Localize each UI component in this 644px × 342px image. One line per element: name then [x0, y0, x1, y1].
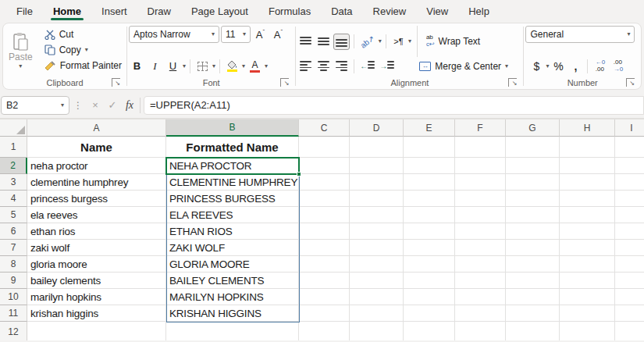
- name-box[interactable]: B2 ▾: [1, 96, 69, 115]
- cell-I6[interactable]: [615, 223, 644, 240]
- borders-dropdown-icon[interactable]: ▾: [212, 63, 215, 69]
- percent-style-button[interactable]: %: [550, 58, 566, 74]
- cell-F4[interactable]: [455, 191, 506, 207]
- column-header-D[interactable]: D: [350, 119, 404, 137]
- font-color-button[interactable]: A: [247, 58, 263, 74]
- cell-I8[interactable]: [615, 256, 644, 273]
- row-header-1[interactable]: 1: [0, 137, 27, 158]
- cell-G4[interactable]: [506, 191, 560, 207]
- cell-D1[interactable]: [350, 137, 404, 158]
- cell-G2[interactable]: [506, 158, 560, 174]
- row-header-11[interactable]: 11: [0, 305, 27, 322]
- cell-H8[interactable]: [560, 256, 615, 273]
- select-all-button[interactable]: [0, 119, 27, 137]
- cell-C2[interactable]: [299, 158, 350, 174]
- middle-align-button[interactable]: [315, 34, 332, 50]
- cell-F12[interactable]: [455, 322, 506, 340]
- cell-D2[interactable]: [350, 158, 404, 174]
- cell-C9[interactable]: [299, 273, 350, 289]
- cell-B9[interactable]: BAILEY CLEMENTS: [166, 273, 299, 289]
- text-direction-dropdown-icon[interactable]: ▾: [408, 38, 411, 45]
- cell-H2[interactable]: [560, 158, 615, 174]
- cell-G3[interactable]: [506, 174, 560, 191]
- row-header-5[interactable]: 5: [0, 207, 27, 223]
- cell-I1[interactable]: [615, 137, 644, 158]
- clipboard-dialog-launcher-icon[interactable]: ↘: [112, 78, 120, 87]
- increase-decimal-button[interactable]: ←0.00: [592, 58, 608, 74]
- cell-H9[interactable]: [560, 273, 615, 289]
- column-header-G[interactable]: G: [506, 119, 560, 137]
- column-header-E[interactable]: E: [404, 119, 455, 137]
- italic-button[interactable]: I: [147, 58, 163, 74]
- cell-D4[interactable]: [350, 191, 404, 207]
- fill-color-dropdown-icon[interactable]: ▾: [242, 63, 245, 69]
- borders-button[interactable]: [194, 58, 211, 74]
- accounting-dropdown-icon[interactable]: ▾: [546, 63, 549, 69]
- cell-A9[interactable]: bailey clements: [27, 273, 166, 289]
- cell-C8[interactable]: [299, 256, 350, 273]
- cell-E10[interactable]: [404, 289, 455, 305]
- enter-button[interactable]: ✓: [104, 99, 121, 111]
- menu-tab-formulas[interactable]: Formulas: [258, 0, 321, 22]
- cut-button[interactable]: Cut: [41, 27, 125, 41]
- cell-A10[interactable]: marilyn hopkins: [27, 289, 166, 305]
- cell-E1[interactable]: [404, 137, 455, 158]
- cell-I7[interactable]: [615, 240, 644, 256]
- cell-A8[interactable]: gloria moore: [27, 256, 166, 273]
- column-header-H[interactable]: H: [560, 119, 615, 137]
- underline-button[interactable]: U: [165, 58, 181, 74]
- cell-H1[interactable]: [560, 137, 615, 158]
- wrap-text-button[interactable]: abc↩ Wrap Text: [423, 34, 483, 49]
- cell-D10[interactable]: [350, 289, 404, 305]
- align-center-button[interactable]: [315, 58, 332, 74]
- cell-A5[interactable]: ela reeves: [27, 207, 166, 223]
- copy-button[interactable]: Copy ▾: [41, 43, 125, 57]
- column-header-C[interactable]: C: [299, 119, 350, 137]
- menu-tab-data[interactable]: Data: [321, 0, 362, 22]
- cell-C3[interactable]: [299, 174, 350, 191]
- cell-A6[interactable]: ethan rios: [27, 223, 166, 240]
- cell-A3[interactable]: clementine humphrey: [27, 174, 166, 191]
- menu-tab-draw[interactable]: Draw: [137, 0, 181, 22]
- cell-I3[interactable]: [615, 174, 644, 191]
- cell-I5[interactable]: [615, 207, 644, 223]
- cell-B12[interactable]: [166, 322, 299, 340]
- row-header-2[interactable]: 2: [0, 158, 27, 174]
- cell-D12[interactable]: [350, 322, 404, 340]
- cell-F6[interactable]: [455, 223, 506, 240]
- cell-B1[interactable]: Formatted Name: [166, 137, 299, 158]
- cell-C1[interactable]: [299, 137, 350, 158]
- cell-I11[interactable]: [615, 305, 644, 322]
- row-header-3[interactable]: 3: [0, 174, 27, 191]
- cell-B10[interactable]: MARILYN HOPKINS: [166, 289, 299, 305]
- column-header-B[interactable]: B: [166, 119, 299, 137]
- menu-tab-help[interactable]: Help: [458, 0, 500, 22]
- cell-D5[interactable]: [350, 207, 404, 223]
- cell-H5[interactable]: [560, 207, 615, 223]
- cell-E12[interactable]: [404, 322, 455, 340]
- cancel-button[interactable]: ×: [87, 99, 104, 111]
- cell-D3[interactable]: [350, 174, 404, 191]
- font-dialog-launcher-icon[interactable]: ↘: [280, 78, 289, 87]
- bottom-align-button[interactable]: [333, 34, 350, 50]
- cell-E3[interactable]: [404, 174, 455, 191]
- cell-A11[interactable]: krishan higgins: [27, 305, 166, 322]
- cell-B3[interactable]: CLEMENTINE HUMPHREY: [166, 174, 299, 191]
- menu-tab-file[interactable]: File: [6, 0, 43, 22]
- cell-H10[interactable]: [560, 289, 615, 305]
- cell-H12[interactable]: [560, 322, 615, 340]
- cell-B2[interactable]: NEHA PROCTOR: [166, 158, 299, 174]
- row-header-9[interactable]: 9: [0, 273, 27, 289]
- cell-I4[interactable]: [615, 191, 644, 207]
- cell-B5[interactable]: ELA REEVES: [166, 207, 299, 223]
- merge-center-dropdown-icon[interactable]: ▾: [505, 63, 508, 69]
- cell-F5[interactable]: [455, 207, 506, 223]
- decrease-decimal-button[interactable]: .00→0: [610, 58, 626, 74]
- align-right-button[interactable]: [333, 58, 350, 74]
- cell-C5[interactable]: [299, 207, 350, 223]
- align-left-button[interactable]: [297, 58, 314, 74]
- cell-C6[interactable]: [299, 223, 350, 240]
- cell-F11[interactable]: [455, 305, 506, 322]
- format-painter-button[interactable]: Format Painter: [41, 59, 125, 73]
- copy-dropdown-icon[interactable]: ▾: [85, 47, 88, 53]
